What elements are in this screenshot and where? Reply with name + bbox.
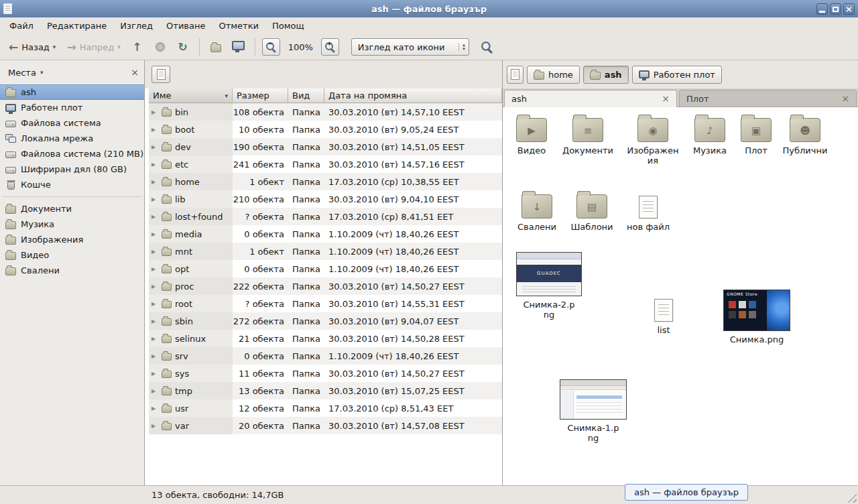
- expander-icon[interactable]: ▶: [151, 301, 158, 307]
- forward-button[interactable]: → Напред ▾: [62, 37, 125, 57]
- table-row[interactable]: ▶etc241 обектаПапка30.03.2010 (вт) 14,57…: [149, 155, 502, 173]
- sidebar-item-videos[interactable]: Видео: [0, 247, 144, 263]
- menu-file[interactable]: Файл: [3, 19, 40, 33]
- expander-icon[interactable]: ▶: [151, 336, 158, 342]
- table-row[interactable]: ▶root? обектаПапка30.03.2010 (вт) 14,55,…: [149, 295, 502, 312]
- icon-templates[interactable]: ▤Шаблони: [568, 194, 615, 232]
- sidebar-close-icon[interactable]: ×: [131, 68, 139, 77]
- sidebar-item-documents[interactable]: Документи: [0, 201, 144, 216]
- icon-pictures[interactable]: ◉Изображения: [625, 118, 681, 166]
- expander-icon[interactable]: ▶: [151, 162, 158, 168]
- tab-close-icon[interactable]: ×: [841, 94, 849, 103]
- left-pane-location-button[interactable]: [151, 66, 170, 83]
- column-header-type[interactable]: Вид: [288, 88, 324, 103]
- icon-documents[interactable]: ≡Документи: [559, 118, 617, 155]
- tab-desktop[interactable]: Плот×: [679, 90, 857, 107]
- table-row[interactable]: ▶opt0 обектаПапка1.10.2009 (чт) 18,40,26…: [149, 260, 502, 277]
- table-row[interactable]: ▶sbin272 обектаПапка30.03.2010 (вт) 9,04…: [149, 312, 502, 330]
- table-row[interactable]: ▶home1 обектПапка17.03.2010 (ср) 10,38,5…: [149, 173, 502, 190]
- reload-button[interactable]: ↻: [172, 37, 194, 57]
- table-row[interactable]: ▶mnt1 обектПапка1.10.2009 (чт) 18,40,26 …: [149, 243, 502, 260]
- pathbar-ash-button[interactable]: ash: [583, 66, 629, 84]
- expander-icon[interactable]: ▶: [151, 423, 158, 429]
- table-row[interactable]: ▶var20 обектаПапка30.03.2010 (вт) 14,57,…: [149, 417, 502, 434]
- expander-icon[interactable]: ▶: [151, 179, 158, 185]
- resize-grip[interactable]: [847, 493, 857, 503]
- expander-icon[interactable]: ▶: [151, 371, 158, 377]
- expander-icon[interactable]: ▶: [151, 144, 158, 150]
- column-header-size[interactable]: Размер: [233, 88, 288, 103]
- expander-icon[interactable]: ▶: [151, 127, 158, 133]
- zoom-out-button[interactable]: −: [262, 38, 280, 56]
- tab-close-icon[interactable]: ×: [662, 94, 670, 103]
- sidebar-item-ash[interactable]: ash: [0, 84, 144, 100]
- table-row[interactable]: ▶dev190 обектаПапка30.03.2010 (вт) 14,51…: [149, 138, 502, 155]
- icon-view[interactable]: ▶Видео≡Документи◉Изображения♪Музика▣Плот…: [503, 107, 858, 485]
- expander-icon[interactable]: ▶: [151, 109, 158, 115]
- menu-view[interactable]: Изглед: [113, 19, 160, 33]
- up-button[interactable]: ↑: [127, 37, 148, 57]
- table-row[interactable]: ▶lib210 обектаПапка30.03.2010 (вт) 9,04,…: [149, 190, 502, 208]
- icon-snimka-png[interactable]: GNOME StoreСнимка.png: [721, 290, 792, 344]
- icon-new-file[interactable]: нов файл: [626, 196, 670, 232]
- back-history-chevron-icon[interactable]: ▾: [53, 44, 56, 50]
- sidebar-item-downloads[interactable]: Свалени: [0, 263, 144, 278]
- expander-icon[interactable]: ▶: [151, 231, 158, 237]
- column-header-date[interactable]: Дата на промяна: [324, 88, 502, 103]
- menu-go[interactable]: Отиване: [160, 19, 212, 33]
- expander-icon[interactable]: ▶: [151, 353, 158, 359]
- expander-icon[interactable]: ▶: [151, 214, 158, 220]
- expander-icon[interactable]: ▶: [151, 249, 158, 255]
- menu-edit[interactable]: Редактиране: [40, 19, 113, 33]
- table-row[interactable]: ▶selinux21 обектаПапка30.03.2010 (вт) 14…: [149, 330, 502, 347]
- forward-history-chevron-icon[interactable]: ▾: [117, 44, 121, 50]
- sidebar-item-local-network[interactable]: Локална мрежа: [0, 131, 144, 146]
- pathbar-desktop-button[interactable]: Работен плот: [632, 66, 722, 84]
- table-row[interactable]: ▶boot10 обектаПапка30.03.2010 (вт) 9,05,…: [149, 121, 502, 138]
- tab-ash[interactable]: ash×: [504, 90, 677, 107]
- icon-public[interactable]: ☻Публични: [779, 118, 831, 155]
- expander-icon[interactable]: ▶: [151, 405, 158, 412]
- view-mode-select[interactable]: Изглед като икони ▴▾: [351, 38, 469, 56]
- titlebar[interactable]: ash — файлов браузър ×: [0, 0, 858, 17]
- sidebar-item-music[interactable]: Музика: [0, 216, 144, 232]
- pathbar-root-button[interactable]: [507, 66, 524, 84]
- sidebar-item-filesystem-210mb[interactable]: Файлова система (210 MB): [0, 146, 144, 162]
- icon-snimka1-png[interactable]: Снимка-1.png: [559, 379, 627, 443]
- table-row[interactable]: ▶bin108 обектаПапка30.03.2010 (вт) 14,57…: [149, 103, 502, 121]
- maximize-button[interactable]: [830, 3, 841, 15]
- table-row[interactable]: ▶sys11 обектаПапка30.03.2010 (вт) 14,50,…: [149, 365, 502, 382]
- column-header-name[interactable]: Име▾: [149, 88, 233, 103]
- search-button[interactable]: [476, 37, 497, 57]
- zoom-in-button[interactable]: +: [321, 38, 339, 56]
- table-row[interactable]: ▶tmp13 обектаПапка30.03.2010 (вт) 15,07,…: [149, 382, 502, 399]
- icon-snimka2-png[interactable]: GUADECСнимка-2.png: [515, 252, 583, 320]
- close-button[interactable]: ×: [843, 3, 855, 15]
- expander-icon[interactable]: ▶: [151, 284, 158, 290]
- menu-bookmarks[interactable]: Отметки: [212, 19, 265, 33]
- stop-button[interactable]: [149, 37, 171, 57]
- sidebar-item-desktop[interactable]: Работен плот: [0, 100, 144, 115]
- icon-music[interactable]: ♪Музика: [688, 118, 732, 155]
- icon-videos[interactable]: ▶Видео: [509, 118, 554, 155]
- minimize-button[interactable]: [816, 3, 828, 15]
- home-button[interactable]: [205, 37, 227, 57]
- computer-button[interactable]: [228, 37, 249, 57]
- expander-icon[interactable]: ▶: [151, 196, 158, 202]
- table-row[interactable]: ▶srv0 обектаПапка1.10.2009 (чт) 18,40,26…: [149, 347, 502, 365]
- icon-desktop-folder[interactable]: ▣Плот: [737, 118, 775, 155]
- sidebar-item-encrypted-80gb[interactable]: Шифриран дял (80 GB): [0, 162, 144, 177]
- expander-icon[interactable]: ▶: [151, 318, 158, 324]
- table-row[interactable]: ▶usr12 обектаПапка17.03.2010 (ср) 8,51,4…: [149, 399, 502, 417]
- pathbar-home-button[interactable]: home: [527, 66, 580, 84]
- sidebar-item-trash[interactable]: Кошче: [0, 177, 144, 192]
- icon-downloads[interactable]: ↓Свалени: [515, 194, 559, 232]
- table-row[interactable]: ▶lost+found? обектаПапка17.03.2010 (ср) …: [149, 208, 502, 225]
- expander-icon[interactable]: ▶: [151, 388, 158, 394]
- places-selector[interactable]: Места ▾: [4, 66, 47, 80]
- menu-help[interactable]: Помощ: [265, 19, 311, 33]
- icon-list-file[interactable]: list: [644, 299, 684, 335]
- back-button[interactable]: ← Назад ▾: [4, 37, 60, 57]
- sidebar-item-pictures[interactable]: Изображения: [0, 232, 144, 247]
- sidebar-item-filesystem[interactable]: Файлова система: [0, 115, 144, 131]
